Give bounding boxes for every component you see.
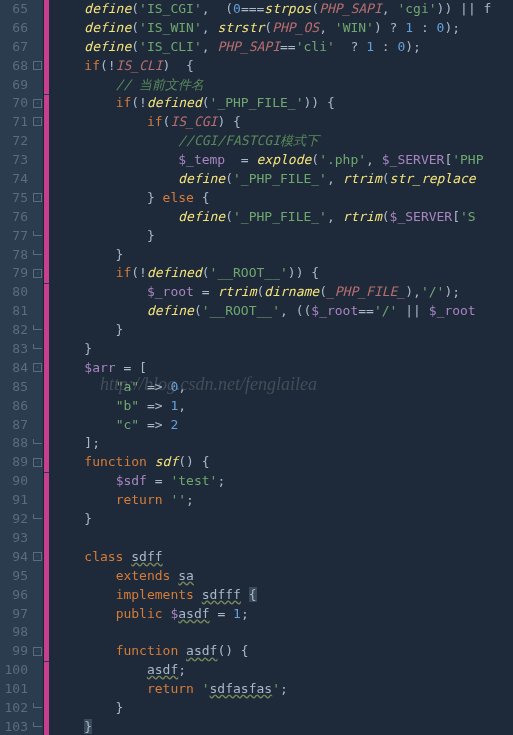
change-marker: [44, 227, 49, 246]
token-op: =>: [139, 379, 170, 394]
code-line[interactable]: define('IS_CGI', (0===strpos(PHP_SAPI, '…: [53, 0, 513, 19]
token-op: ,: [178, 398, 186, 413]
token-fn: define: [147, 303, 194, 318]
code-line[interactable]: [53, 623, 513, 642]
code-line[interactable]: return '';: [53, 491, 513, 510]
line-number: 74: [0, 170, 28, 189]
code-line[interactable]: }: [53, 718, 513, 735]
token-op: ==: [358, 303, 374, 318]
fold-open-icon[interactable]: -: [33, 269, 42, 278]
token-op: (: [225, 209, 233, 224]
code-line[interactable]: ];: [53, 434, 513, 453]
code-line[interactable]: // 当前文件名: [53, 76, 513, 95]
code-line[interactable]: define('IS_CLI', PHP_SAPI=='cli' ? 1 : 0…: [53, 38, 513, 57]
token-op: }: [53, 700, 123, 715]
token-op: [53, 606, 116, 621]
fold-open-icon[interactable]: -: [33, 61, 42, 70]
code-line[interactable]: if(!IS_CLI) {: [53, 57, 513, 76]
token-op: ,: [327, 209, 343, 224]
token-wavy: asdf: [147, 662, 178, 677]
token-op: }: [53, 511, 92, 526]
code-area[interactable]: define('IS_CGI', (0===strpos(PHP_SAPI, '…: [49, 0, 513, 735]
fold-column[interactable]: ---------: [32, 0, 44, 735]
code-line[interactable]: public $asdf = 1;: [53, 605, 513, 624]
code-line[interactable]: [53, 529, 513, 548]
token-kw: else: [163, 190, 194, 205]
fold-close-icon[interactable]: [33, 250, 42, 255]
token-var: $sdf: [116, 473, 147, 488]
code-line[interactable]: }: [53, 699, 513, 718]
token-str: 'cli': [296, 39, 335, 54]
code-line[interactable]: }: [53, 321, 513, 340]
fold-open-icon[interactable]: -: [33, 193, 42, 202]
fold-close-icon[interactable]: [33, 344, 42, 349]
fold-close-icon[interactable]: [33, 514, 42, 519]
fold-open-icon[interactable]: -: [33, 363, 42, 372]
code-line[interactable]: function sdf() {: [53, 453, 513, 472]
code-line[interactable]: $arr = [: [53, 359, 513, 378]
token-op: , (: [202, 1, 233, 16]
change-marker: [44, 113, 49, 132]
token-op: [241, 587, 249, 602]
fold-close-icon[interactable]: [33, 703, 42, 708]
code-line[interactable]: $_root = rtrim(dirname(_PHP_FILE_),'/');: [53, 283, 513, 302]
code-line[interactable]: define('IS_WIN', strstr(PHP_OS, 'WIN') ?…: [53, 19, 513, 38]
token-op: (: [382, 171, 390, 186]
code-line[interactable]: } else {: [53, 189, 513, 208]
token-op: [53, 284, 147, 299]
line-number: 66: [0, 19, 28, 38]
code-line[interactable]: if(!defined('__ROOT__')) {: [53, 264, 513, 283]
line-number: 70: [0, 94, 28, 113]
code-line[interactable]: class sdff: [53, 548, 513, 567]
token-op: (: [311, 1, 319, 16]
token-op: [194, 681, 202, 696]
code-line[interactable]: extends sa: [53, 567, 513, 586]
code-line[interactable]: define('_PHP_FILE_', rtrim(str_replace: [53, 170, 513, 189]
code-line[interactable]: //CGI/FASTCGI模式下: [53, 132, 513, 151]
fold-open-icon[interactable]: -: [33, 647, 42, 656]
fold-close-icon[interactable]: [33, 439, 42, 444]
token-str: '_PHP_FILE_': [210, 95, 304, 110]
token-kw: implements: [116, 587, 194, 602]
code-line[interactable]: define('__ROOT__', (($_root=='/' || $_ro…: [53, 302, 513, 321]
fold-open-icon[interactable]: -: [33, 458, 42, 467]
change-marker: [44, 302, 49, 321]
token-op: (!: [100, 58, 116, 73]
code-line[interactable]: implements sdfff {: [53, 586, 513, 605]
code-line[interactable]: function asdf() {: [53, 642, 513, 661]
code-line[interactable]: return 'sdfasfas';: [53, 680, 513, 699]
code-line[interactable]: }: [53, 227, 513, 246]
code-line[interactable]: $sdf = 'test';: [53, 472, 513, 491]
token-str: "c": [116, 417, 139, 432]
fold-open-icon[interactable]: -: [33, 99, 42, 108]
token-op: [53, 1, 84, 16]
change-marker: [44, 529, 49, 548]
token-op: =: [225, 152, 256, 167]
code-line[interactable]: "b" => 1,: [53, 397, 513, 416]
line-number: 101: [0, 680, 28, 699]
code-line[interactable]: if(!defined('_PHP_FILE_')) {: [53, 94, 513, 113]
token-wavy: asdf: [178, 606, 209, 621]
line-number: 81: [0, 302, 28, 321]
fold-close-icon[interactable]: [33, 722, 42, 727]
fold-open-icon[interactable]: -: [33, 552, 42, 561]
token-str: 'IS_CLI': [139, 39, 202, 54]
token-fn: strpos: [264, 1, 311, 16]
token-op: (: [264, 20, 272, 35]
line-number: 94: [0, 548, 28, 567]
code-line[interactable]: asdf;: [53, 661, 513, 680]
code-line[interactable]: }: [53, 510, 513, 529]
code-line[interactable]: if(IS_CGI) {: [53, 113, 513, 132]
code-line[interactable]: "c" => 2: [53, 416, 513, 435]
code-line[interactable]: $_temp = explode('.php', $_SERVER['PHP: [53, 151, 513, 170]
code-line[interactable]: "a" => 0,: [53, 378, 513, 397]
code-line[interactable]: }: [53, 340, 513, 359]
change-marker: [44, 567, 49, 586]
fold-close-icon[interactable]: [33, 231, 42, 236]
fold-close-icon[interactable]: [33, 325, 42, 330]
code-line[interactable]: define('_PHP_FILE_', rtrim($_SERVER['S: [53, 208, 513, 227]
line-number: 90: [0, 472, 28, 491]
token-op: ,: [319, 20, 335, 35]
code-line[interactable]: }: [53, 246, 513, 265]
fold-open-icon[interactable]: -: [33, 117, 42, 126]
